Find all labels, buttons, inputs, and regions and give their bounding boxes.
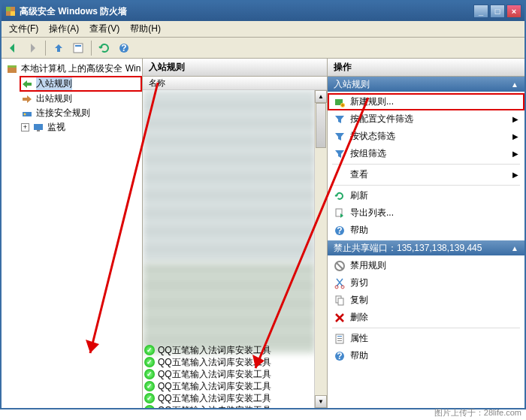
rule-row[interactable]: ✓QQ五笔输入法词库安装工具	[143, 368, 327, 380]
rule-name: QQ五笔输入法词库安装工具	[158, 380, 271, 392]
body: 本地计算机 上的高级安全 Win 入站规则 出站规则 连接安全规则	[2, 59, 524, 408]
maximize-button[interactable]: □	[490, 5, 505, 18]
rule-row[interactable]: ✓QQ五笔输入法词库安装工具	[143, 356, 327, 368]
action-label: 帮助	[350, 349, 368, 362]
properties-button[interactable]	[70, 40, 86, 56]
expander-icon[interactable]: +	[21, 123, 29, 131]
action-disable-rule[interactable]: 禁用规则	[328, 257, 524, 274]
collapse-icon: ▲	[511, 80, 518, 89]
rule-row[interactable]: ✓QQ五笔输入法皮肤安装工具	[143, 404, 327, 408]
list-body: ✓QQ五笔输入法词库安装工具✓QQ五笔输入法词库安装工具✓QQ五笔输入法词库安装…	[143, 90, 327, 408]
actions-pane: 操作 入站规则 ▲ 新建规则... 按配置文件筛选 ▶ 按状态筛选 ▶	[328, 59, 524, 408]
menu-help[interactable]: 帮助(H)	[125, 21, 165, 37]
menu-action[interactable]: 操作(A)	[44, 21, 83, 37]
app-icon	[5, 5, 17, 17]
action-help[interactable]: ? 帮助	[328, 222, 524, 239]
blank-icon	[334, 169, 346, 181]
action-cut[interactable]: 剪切	[328, 274, 524, 292]
help-icon: ?	[334, 350, 346, 362]
tree-connsec-label: 连接安全规则	[36, 107, 90, 119]
forward-button[interactable]	[24, 40, 41, 56]
delete-icon	[334, 312, 346, 324]
action-label: 按组筛选	[350, 147, 386, 160]
column-header-name[interactable]: 名称	[143, 77, 327, 90]
window-title: 高级安全 Windows 防火墙	[20, 5, 473, 18]
vertical-scrollbar[interactable]: ▲ ▼	[314, 90, 327, 408]
menu-view[interactable]: 查看(V)	[85, 21, 124, 37]
rule-name: QQ五笔输入法词库安装工具	[158, 368, 271, 380]
list-pane: 入站规则 名称 ✓QQ五笔输入法词库安装工具✓QQ五笔输入法词库安装工具✓QQ五…	[143, 59, 328, 408]
tree-outbound-rules[interactable]: 出站规则	[20, 92, 142, 106]
action-filter-profile[interactable]: 按配置文件筛选 ▶	[328, 110, 524, 128]
rule-row[interactable]: ✓QQ五笔输入法词库安装工具	[143, 344, 327, 356]
action-label: 新建规则...	[350, 95, 394, 108]
action-label: 删除	[350, 311, 368, 324]
action-label: 刷新	[350, 189, 368, 202]
rule-name: QQ五笔输入法皮肤安装工具	[158, 404, 271, 408]
action-label: 剪切	[350, 276, 368, 289]
svg-rect-0	[74, 44, 83, 53]
action-view[interactable]: 查看 ▶	[328, 166, 524, 183]
minimize-button[interactable]: _	[473, 5, 488, 18]
action-filter-group[interactable]: 按组筛选 ▶	[328, 145, 524, 162]
help-button[interactable]: ?	[116, 40, 132, 56]
scroll-up-button[interactable]: ▲	[315, 90, 327, 103]
svg-text:?: ?	[121, 43, 126, 53]
action-refresh[interactable]: 刷新	[328, 187, 524, 204]
scroll-thumb[interactable]	[316, 103, 326, 148]
actions-section-inbound[interactable]: 入站规则 ▲	[328, 77, 524, 92]
back-button[interactable]	[5, 40, 21, 56]
tree-monitor[interactable]: + 监视	[20, 120, 142, 134]
section-title: 入站规则	[334, 78, 370, 91]
scroll-down-button[interactable]: ▼	[315, 395, 327, 408]
action-help2[interactable]: ? 帮助	[328, 347, 524, 364]
submenu-arrow-icon: ▶	[512, 150, 518, 158]
tree-pane: 本地计算机 上的高级安全 Win 入站规则 出站规则 连接安全规则	[2, 59, 143, 408]
tree-root-item[interactable]: 本地计算机 上的高级安全 Win	[5, 62, 142, 76]
action-new-rule[interactable]: 新建规则...	[328, 93, 524, 110]
blurred-content	[143, 90, 316, 263]
action-filter-state[interactable]: 按状态筛选 ▶	[328, 128, 524, 145]
enabled-icon: ✓	[144, 381, 155, 391]
svg-rect-7	[37, 130, 40, 131]
section-title: 禁止共享端口：135,137,138,139,445	[334, 242, 482, 255]
refresh-button[interactable]	[96, 40, 113, 56]
svg-text:?: ?	[337, 225, 342, 236]
close-button[interactable]: ×	[506, 5, 521, 18]
enabled-icon: ✓	[144, 357, 155, 367]
rule-name: QQ五笔输入法词库安装工具	[158, 356, 271, 368]
export-icon	[334, 207, 346, 219]
toolbar: ?	[2, 38, 524, 59]
tree-monitor-label: 监视	[47, 121, 65, 134]
toolbar-separator	[91, 41, 92, 56]
svg-rect-20	[337, 338, 342, 339]
submenu-arrow-icon: ▶	[512, 115, 518, 123]
enabled-icon: ✓	[144, 369, 155, 379]
svg-rect-1	[75, 45, 81, 47]
rule-row[interactable]: ✓QQ五笔输入法词库安装工具	[143, 392, 327, 404]
enabled-icon: ✓	[144, 393, 155, 403]
action-delete[interactable]: 删除	[328, 309, 524, 326]
rule-row[interactable]: ✓QQ五笔输入法词库安装工具	[143, 380, 327, 392]
tree-inbound-rules[interactable]: 入站规则	[20, 76, 142, 92]
action-copy[interactable]: 复制	[328, 292, 524, 309]
up-button[interactable]	[50, 40, 67, 56]
action-export[interactable]: 导出列表...	[328, 204, 524, 222]
inbound-icon	[21, 78, 33, 90]
refresh-icon	[334, 190, 346, 202]
menu-file[interactable]: 文件(F)	[5, 21, 43, 37]
action-label: 复制	[350, 294, 368, 307]
action-properties[interactable]: 属性	[328, 330, 524, 347]
new-rule-icon	[334, 96, 346, 108]
help-icon: ?	[334, 225, 346, 237]
actions-list-2: 禁用规则 剪切 复制 删除 属性	[328, 255, 524, 366]
tree-connsec-rules[interactable]: 连接安全规则	[20, 106, 142, 120]
enabled-icon: ✓	[144, 345, 155, 355]
svg-point-5	[24, 113, 26, 115]
list-header: 入站规则	[143, 59, 327, 77]
titlebar: 高级安全 Windows 防火墙 _ □ ×	[2, 2, 524, 21]
action-label: 禁用规则	[350, 259, 386, 272]
submenu-arrow-icon: ▶	[512, 132, 518, 141]
svg-rect-21	[337, 340, 342, 341]
actions-section-rule[interactable]: 禁止共享端口：135,137,138,139,445 ▲	[328, 240, 524, 255]
